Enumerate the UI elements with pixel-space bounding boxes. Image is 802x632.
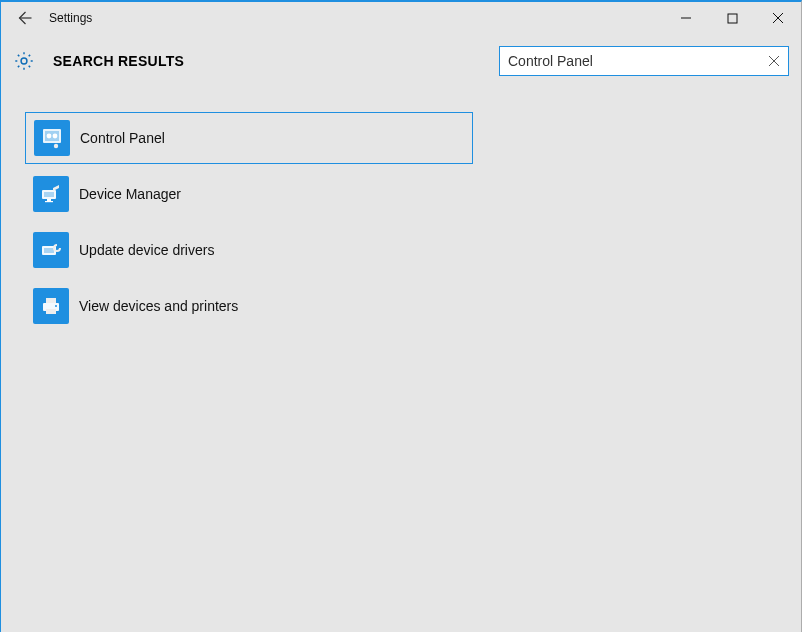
header: SEARCH RESULTS [1, 34, 801, 84]
result-label: View devices and printers [79, 298, 238, 314]
printers-icon [33, 288, 69, 324]
close-button[interactable] [755, 2, 801, 34]
result-label: Device Manager [79, 186, 181, 202]
result-label: Control Panel [80, 130, 165, 146]
result-device-manager[interactable]: Device Manager [25, 168, 473, 220]
search-box [499, 46, 789, 76]
window-title: Settings [49, 11, 92, 25]
svg-rect-9 [47, 199, 51, 201]
svg-rect-14 [46, 298, 56, 303]
maximize-button[interactable] [709, 2, 755, 34]
svg-rect-0 [728, 14, 737, 23]
settings-window: Settings SEARCH RESULTS [0, 0, 802, 632]
minimize-button[interactable] [663, 2, 709, 34]
gear-icon [13, 50, 35, 72]
result-control-panel[interactable]: Control Panel [25, 112, 473, 164]
window-controls [663, 2, 801, 34]
titlebar: Settings [1, 2, 801, 34]
page-title: SEARCH RESULTS [53, 53, 184, 69]
result-label: Update device drivers [79, 242, 214, 258]
search-input[interactable] [499, 46, 789, 76]
control-panel-icon [34, 120, 70, 156]
update-drivers-icon [33, 232, 69, 268]
clear-search-button[interactable] [765, 52, 783, 70]
svg-point-4 [47, 134, 52, 139]
svg-rect-10 [45, 201, 53, 202]
svg-point-5 [53, 134, 58, 139]
svg-rect-15 [46, 309, 56, 314]
svg-point-6 [54, 144, 58, 148]
svg-rect-8 [44, 192, 54, 197]
search-results: Control Panel Device Manager [1, 84, 801, 336]
result-devices-printers[interactable]: View devices and printers [25, 280, 473, 332]
device-manager-icon [33, 176, 69, 212]
back-button[interactable] [7, 2, 41, 34]
svg-rect-12 [44, 248, 54, 253]
svg-point-1 [21, 58, 27, 64]
svg-point-16 [55, 305, 57, 307]
result-update-drivers[interactable]: Update device drivers [25, 224, 473, 276]
